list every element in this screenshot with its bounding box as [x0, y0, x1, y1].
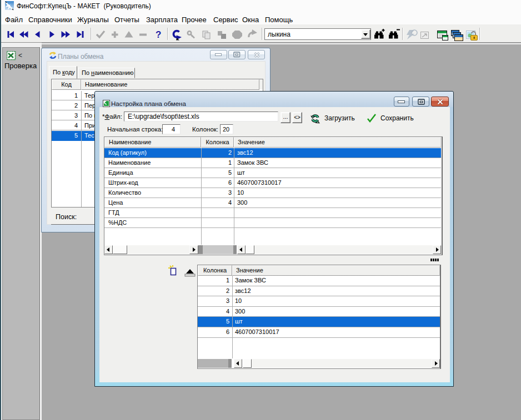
- svg-text:?: ?: [156, 29, 161, 40]
